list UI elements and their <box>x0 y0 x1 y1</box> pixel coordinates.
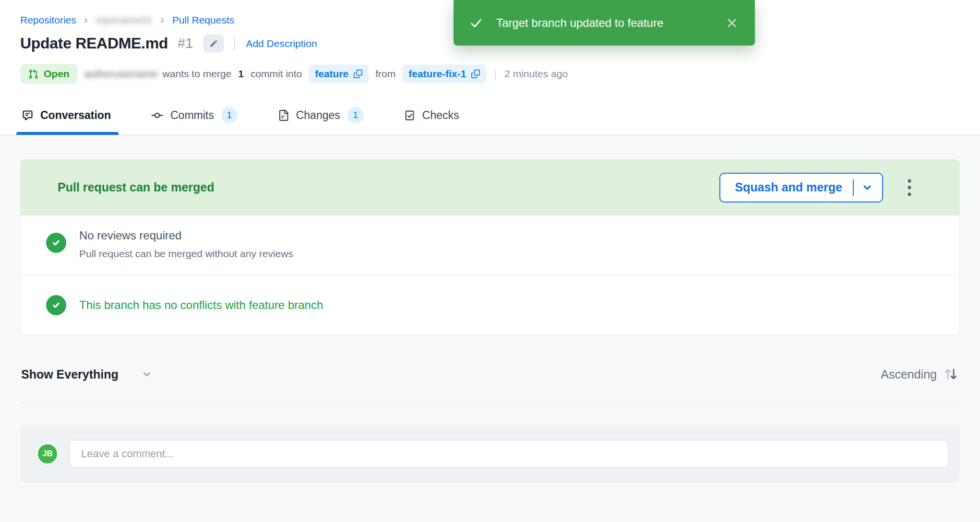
tab-label: Conversation <box>40 109 111 122</box>
page-title: Update README.md <box>20 35 168 52</box>
commit-count: 1 <box>238 68 244 80</box>
file-icon <box>278 110 289 121</box>
git-pull-request-icon <box>28 69 38 79</box>
tab-changes[interactable]: Changes 1 <box>278 107 364 135</box>
chevron-right-icon <box>83 17 90 24</box>
divider: | <box>494 68 497 80</box>
more-options-button[interactable] <box>905 176 914 200</box>
pencil-icon <box>209 39 218 48</box>
branch-name: feature-fix-1 <box>408 68 466 80</box>
pr-meta-row: Open authorusername wants to merge 1 com… <box>20 64 960 84</box>
avatar: JB <box>36 443 59 465</box>
merge-status-title: Pull request can be merged <box>58 180 215 194</box>
check-title: This branch has no conflicts with featur… <box>79 298 323 312</box>
tab-label: Changes <box>296 109 340 122</box>
tab-label: Checks <box>422 109 459 122</box>
tab-changes-badge: 1 <box>347 107 364 123</box>
tab-commits[interactable]: Commits 1 <box>151 107 238 135</box>
sort-arrows-icon <box>943 367 959 382</box>
merge-text: commit into <box>251 68 302 80</box>
tab-checks[interactable]: Checks <box>404 107 459 135</box>
chevron-down-icon[interactable] <box>862 182 872 193</box>
merge-text: wants to merge <box>163 68 232 80</box>
squash-and-merge-button[interactable]: Squash and merge <box>719 173 883 202</box>
comment-box: JB <box>20 425 960 483</box>
git-commit-icon <box>151 109 163 121</box>
check-circle-icon <box>46 295 66 315</box>
timeline-filter-bar: Show Everything Ascending <box>20 362 960 386</box>
copy-icon[interactable] <box>354 70 362 78</box>
sort-order-button[interactable]: Ascending <box>881 367 959 382</box>
tab-commits-badge: 1 <box>221 107 238 123</box>
check-texts: No reviews required Pull request can be … <box>79 229 293 260</box>
author-name-redacted: authorusername <box>84 68 158 80</box>
breadcrumb-pull-requests-link[interactable]: Pull Requests <box>172 14 235 26</box>
target-branch-chip[interactable]: feature <box>309 65 369 83</box>
checklist-icon <box>404 110 415 121</box>
merge-checks-list: No reviews required Pull request can be … <box>20 215 960 335</box>
timestamp: 2 minutes ago <box>504 68 568 80</box>
divider <box>20 403 960 403</box>
copy-icon[interactable] <box>471 70 480 78</box>
check-row-reviews: No reviews required Pull request can be … <box>21 215 959 275</box>
branch-name: feature <box>315 68 348 80</box>
tab-bar: Conversation Commits 1 Changes 1 Checks <box>20 107 960 135</box>
show-filter-dropdown[interactable]: Show Everything <box>21 368 152 381</box>
merge-status-header: Pull request can be merged Squash and me… <box>20 159 960 215</box>
breadcrumb-repo-name-redacted[interactable]: reponame01 <box>96 14 153 26</box>
check-title: No reviews required <box>79 229 293 242</box>
comment-input[interactable] <box>69 440 948 468</box>
success-toast: Target branch updated to feature <box>454 0 755 46</box>
chevron-down-icon <box>142 369 152 380</box>
check-subtitle: Pull request can be merged without any r… <box>79 248 293 260</box>
close-icon[interactable] <box>724 15 740 31</box>
tab-conversation[interactable]: Conversation <box>22 107 111 135</box>
check-texts: This branch has no conflicts with featur… <box>79 298 323 312</box>
chevron-right-icon <box>159 17 166 24</box>
check-icon <box>469 16 483 30</box>
comment-bubble-icon <box>22 110 33 121</box>
merge-status-card: Pull request can be merged Squash and me… <box>20 159 960 335</box>
sort-order-label: Ascending <box>881 368 937 381</box>
pr-number: #1 <box>178 36 193 51</box>
merge-text: from <box>375 68 395 80</box>
source-branch-chip[interactable]: feature-fix-1 <box>402 65 486 83</box>
breadcrumb-repositories-link[interactable]: Repositories <box>20 14 76 26</box>
divider <box>853 179 854 196</box>
kebab-menu-icon <box>907 178 912 197</box>
status-badge: Open <box>20 64 78 84</box>
tab-label: Commits <box>170 109 214 122</box>
show-filter-label: Show Everything <box>21 368 119 381</box>
edit-title-button[interactable] <box>203 35 224 52</box>
status-label: Open <box>44 68 70 80</box>
toast-message: Target branch updated to feature <box>496 16 663 30</box>
check-row-conflicts: This branch has no conflicts with featur… <box>21 275 959 335</box>
merge-button-label: Squash and merge <box>735 180 842 194</box>
divider <box>234 37 235 50</box>
add-description-button[interactable]: Add Description <box>246 38 317 49</box>
check-circle-icon <box>46 233 66 253</box>
conversation-panel: Pull request can be merged Squash and me… <box>0 135 980 483</box>
